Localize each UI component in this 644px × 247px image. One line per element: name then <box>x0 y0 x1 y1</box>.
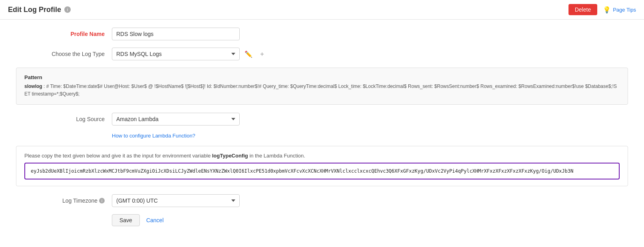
lambda-info-text: Please copy the text given below and giv… <box>24 153 620 159</box>
log-timezone-row: Log Timezone i (GMT 0:00) UTC (GMT -5:00… <box>16 194 628 207</box>
pattern-text: slowlog : # Time: $DateTime:date$# User@… <box>24 83 620 98</box>
profile-name-label: Profile Name <box>16 31 112 37</box>
page-tips-link[interactable]: 💡 Page Tips <box>603 6 636 14</box>
log-type-label: Choose the Log Type <box>16 51 112 57</box>
pattern-box: Pattern slowlog : # Time: $DateTime:date… <box>16 68 628 105</box>
lightbulb-icon: 💡 <box>603 6 611 14</box>
profile-name-input[interactable] <box>112 28 240 40</box>
log-source-row: Log Source Amazon Lambda Direct Ingestio… <box>16 113 628 125</box>
form-actions: Save Cancel <box>112 214 628 226</box>
lambda-link-row: How to configure Lambda Function? <box>16 133 628 139</box>
header-right: Delete 💡 Page Tips <box>568 4 636 15</box>
lambda-info-box: Please copy the text given below and giv… <box>16 146 628 186</box>
page-tips-label: Page Tips <box>613 7 636 13</box>
page-header: Edit Log Profile i Delete 💡 Page Tips <box>0 0 644 20</box>
log-timezone-label: Log Timezone i <box>16 197 112 204</box>
log-type-row: Choose the Log Type RDS MySQL Logs RDS P… <box>16 48 628 60</box>
configure-lambda-link[interactable]: How to configure Lambda Function? <box>112 133 195 139</box>
header-left: Edit Log Profile i <box>8 6 71 14</box>
page-title: Edit Log Profile <box>8 6 61 14</box>
lambda-var-name: logTypeConfig <box>212 153 248 159</box>
log-source-label: Log Source <box>16 116 112 122</box>
main-content: Profile Name Choose the Log Type RDS MyS… <box>0 20 644 234</box>
log-type-select[interactable]: RDS MySQL Logs RDS PostgreSQL Logs Amazo… <box>112 48 240 60</box>
log-source-select[interactable]: Amazon Lambda Direct Ingestion S3 <box>112 113 240 125</box>
timezone-info-icon[interactable]: i <box>99 198 105 203</box>
token-value-box[interactable]: eyJsb2dUeXBlIjoicmRzbXlzcWxMCJtbF9cmVuZX… <box>24 163 620 179</box>
pattern-label: Pattern <box>24 74 620 80</box>
info-icon[interactable]: i <box>64 6 71 13</box>
delete-button[interactable]: Delete <box>568 4 597 15</box>
add-log-type-button[interactable]: ＋ <box>257 49 267 59</box>
save-button[interactable]: Save <box>112 214 140 226</box>
log-timezone-select[interactable]: (GMT 0:00) UTC (GMT -5:00) EST (GMT +5:3… <box>112 194 240 207</box>
log-type-wrapper: RDS MySQL Logs RDS PostgreSQL Logs Amazo… <box>112 48 267 60</box>
cancel-button[interactable]: Cancel <box>146 217 164 223</box>
edit-log-type-button[interactable]: ✏️ <box>243 50 254 59</box>
profile-name-row: Profile Name <box>16 28 628 40</box>
